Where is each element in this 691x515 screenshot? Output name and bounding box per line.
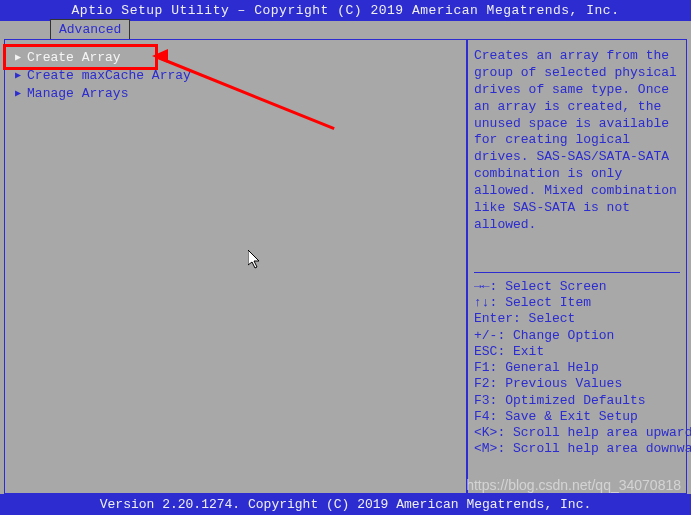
right-panel: Creates an array from the group of selec… bbox=[467, 39, 687, 494]
key-help-item: ↑↓: Select Item bbox=[474, 295, 680, 311]
help-text: Creates an array from the group of selec… bbox=[474, 48, 680, 234]
divider bbox=[474, 272, 680, 273]
menu-item-label: Create Array bbox=[27, 50, 121, 65]
tab-label: Advanced bbox=[59, 22, 121, 37]
key-help-item: F3: Optimized Defaults bbox=[474, 393, 680, 409]
key-help-item: Enter: Select bbox=[474, 311, 680, 327]
chevron-right-icon: ▶ bbox=[15, 87, 21, 99]
tab-advanced[interactable]: Advanced bbox=[50, 19, 130, 39]
key-help-item: F4: Save & Exit Setup bbox=[474, 409, 680, 425]
bios-frame: Aptio Setup Utility – Copyright (C) 2019… bbox=[0, 0, 691, 515]
menu-item-create-maxcache-array[interactable]: ▶ Create maxCache Array bbox=[15, 66, 456, 84]
chevron-right-icon: ▶ bbox=[15, 69, 21, 81]
tab-row: Advanced bbox=[0, 21, 691, 39]
menu-item-label: Manage Arrays bbox=[27, 86, 128, 101]
left-panel: ▶ Create Array ▶ Create maxCache Array ▶… bbox=[4, 39, 467, 494]
chevron-right-icon: ▶ bbox=[15, 51, 21, 63]
key-help-item: +/-: Change Option bbox=[474, 328, 680, 344]
key-help-item: F2: Previous Values bbox=[474, 376, 680, 392]
key-help-item: F1: General Help bbox=[474, 360, 680, 376]
key-help-item: →←: Select Screen bbox=[474, 279, 680, 295]
footer-bar: Version 2.20.1274. Copyright (C) 2019 Am… bbox=[0, 494, 691, 515]
menu-item-label: Create maxCache Array bbox=[27, 68, 191, 83]
app-title: Aptio Setup Utility – Copyright (C) 2019… bbox=[72, 3, 620, 18]
content-area: ▶ Create Array ▶ Create maxCache Array ▶… bbox=[4, 39, 687, 494]
menu-item-manage-arrays[interactable]: ▶ Manage Arrays bbox=[15, 84, 456, 102]
footer-text: Version 2.20.1274. Copyright (C) 2019 Am… bbox=[100, 497, 591, 512]
key-help-item: <K>: Scroll help area upwards bbox=[474, 425, 680, 441]
menu-item-create-array[interactable]: ▶ Create Array bbox=[15, 48, 456, 66]
key-help-item: <M>: Scroll help area downwards bbox=[474, 441, 680, 457]
key-help: →←: Select Screen ↑↓: Select Item Enter:… bbox=[474, 279, 680, 458]
title-bar: Aptio Setup Utility – Copyright (C) 2019… bbox=[0, 0, 691, 21]
key-help-item: ESC: Exit bbox=[474, 344, 680, 360]
